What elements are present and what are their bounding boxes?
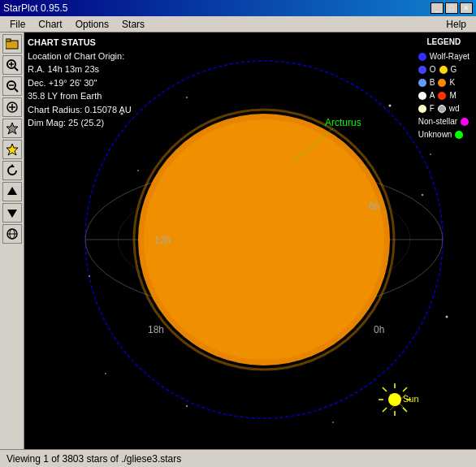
k-label: K [449, 76, 455, 89]
main-area: 12h 6h 18h 0h Arcturus Sun [0, 32, 476, 449]
tool-down[interactable] [2, 203, 22, 223]
svg-marker-14 [10, 164, 15, 167]
svg-point-49 [430, 154, 431, 155]
legend-fwd: F wd [418, 102, 470, 115]
svg-marker-13 [6, 144, 18, 155]
tool-refresh[interactable] [2, 161, 22, 180]
chart-distance: 35.8 LY from Earth [28, 89, 132, 103]
legend-panel: LEGEND Wolf-Rayet O G B K [418, 36, 470, 141]
svg-text:0h: 0h [374, 324, 384, 335]
legend-og: O G [418, 63, 470, 76]
tool-zoom-in[interactable] [2, 55, 22, 75]
svg-point-47 [186, 97, 188, 98]
f-label: F [430, 102, 435, 115]
wolf-rayet-dot [418, 53, 426, 61]
wolf-rayet-label: Wolf-Rayet [430, 50, 470, 63]
svg-point-26 [144, 119, 384, 360]
svg-line-3 [15, 67, 18, 71]
b-label: B [430, 76, 435, 89]
svg-point-53 [332, 422, 334, 423]
menu-file[interactable]: File [3, 17, 32, 32]
svg-text:Arcturus: Arcturus [325, 117, 361, 128]
close-button[interactable]: ✕ [460, 2, 473, 14]
m-label: M [449, 89, 456, 102]
g-dot [439, 66, 448, 74]
g-label: G [451, 63, 457, 76]
wd-dot [438, 105, 446, 113]
legend-wolf-rayet: Wolf-Rayet [418, 50, 470, 63]
wd-label: wd [449, 102, 460, 115]
svg-text:18h: 18h [148, 324, 164, 335]
o-label: O [430, 63, 436, 76]
svg-marker-12 [6, 123, 18, 134]
legend-bk: B K [418, 76, 470, 89]
menu-stars[interactable]: Stars [115, 17, 151, 32]
statusbar-text: Viewing 1 of 3803 stars of ./gliese3.sta… [6, 453, 181, 465]
tool-add[interactable] [2, 97, 22, 117]
o-dot [418, 66, 426, 74]
svg-marker-15 [7, 187, 17, 195]
menu-options[interactable]: Options [69, 17, 115, 32]
tool-globe[interactable] [2, 224, 22, 244]
legend-am: A M [418, 89, 470, 102]
menubar: File Chart Options Stars Help [0, 16, 476, 32]
svg-point-55 [137, 170, 139, 171]
titlebar-title: StarPlot 0.95.5 [3, 2, 67, 14]
nonstellar-label: Non-stellar [418, 115, 457, 128]
svg-point-50 [89, 275, 90, 277]
a-dot [418, 92, 426, 100]
toolbar [0, 32, 24, 449]
tool-star2[interactable] [2, 140, 22, 159]
unknown-label: Unknown [418, 128, 452, 141]
svg-point-54 [186, 405, 188, 407]
a-label: A [430, 89, 435, 102]
svg-point-34 [388, 393, 401, 406]
chart-area[interactable]: 12h 6h 18h 0h Arcturus Sun [24, 32, 476, 449]
f-dot [418, 105, 426, 113]
svg-point-51 [446, 316, 448, 318]
legend-nonstellar: Non-stellar [418, 115, 470, 128]
svg-text:6h: 6h [369, 201, 379, 212]
svg-line-7 [15, 89, 18, 92]
menu-chart[interactable]: Chart [32, 17, 68, 32]
statusbar: Viewing 1 of 3803 stars of ./gliese3.sta… [0, 449, 476, 467]
unknown-dot [455, 131, 463, 139]
tool-star[interactable] [2, 119, 22, 138]
tool-up[interactable] [2, 182, 22, 201]
minimize-button[interactable]: _ [431, 2, 444, 14]
chart-status-panel: CHART STATUS Location of Chart Origin: R… [28, 36, 132, 130]
b-dot [418, 79, 426, 87]
svg-rect-1 [6, 39, 11, 41]
chart-status-title: CHART STATUS [28, 36, 132, 50]
k-dot [438, 79, 446, 87]
nonstellar-dot [461, 118, 469, 126]
titlebar-controls: _ □ ✕ [431, 2, 473, 14]
chart-radius: Chart Radius: 0.15078 AU [28, 103, 132, 117]
chart-ra: R.A. 14h 13m 23s [28, 63, 132, 76]
svg-text:12h: 12h [154, 235, 171, 246]
maximize-button[interactable]: □ [445, 2, 458, 14]
svg-point-56 [422, 194, 423, 196]
chart-dim-mag: Dim Mag: 25 (25.2) [28, 116, 132, 130]
tool-folder[interactable] [2, 34, 22, 54]
legend-title: LEGEND [418, 36, 470, 49]
chart-origin-label: Location of Chart Origin: [28, 50, 132, 63]
m-dot [438, 92, 446, 100]
svg-marker-16 [7, 210, 17, 218]
svg-text:Sun: Sun [403, 394, 419, 404]
menu-help[interactable]: Help [439, 17, 473, 32]
tool-zoom-out[interactable] [2, 76, 22, 96]
chart-dec: Dec. +19° 26' 30" [28, 76, 132, 90]
svg-point-52 [105, 373, 106, 374]
legend-unknown: Unknown [418, 128, 470, 141]
titlebar: StarPlot 0.95.5 _ □ ✕ [0, 0, 476, 16]
svg-point-48 [389, 105, 392, 107]
